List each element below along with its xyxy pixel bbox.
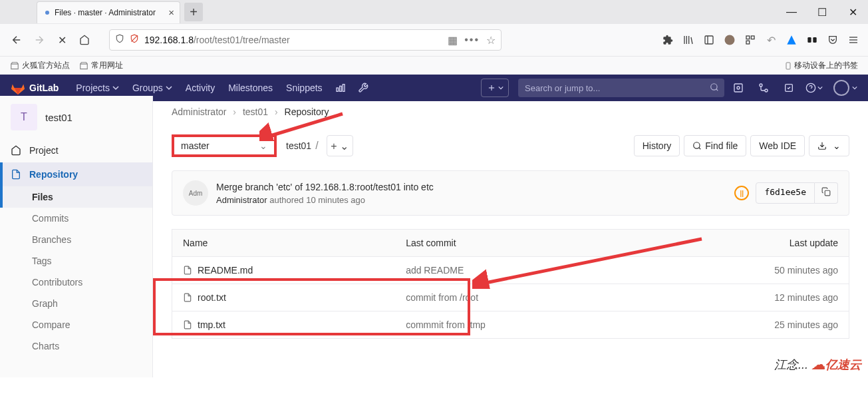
sidebar-item-repository[interactable]: Repository bbox=[0, 162, 152, 186]
nav-plus-button[interactable] bbox=[481, 79, 509, 97]
file-commit[interactable]: add README bbox=[395, 257, 641, 284]
file-name[interactable]: tmp.txt bbox=[183, 319, 384, 330]
svg-line-19 bbox=[716, 89, 718, 91]
tracking-protection-icon[interactable] bbox=[115, 33, 124, 47]
browser-chrome: Files · master · Administrator × + — ☐ ✕… bbox=[0, 0, 868, 96]
qr-icon[interactable]: ▦ bbox=[448, 34, 458, 47]
user-avatar[interactable] bbox=[833, 80, 849, 96]
svg-rect-6 bbox=[746, 41, 750, 44]
file-name[interactable]: root.txt bbox=[183, 292, 384, 303]
toolbar-right: ↶ bbox=[658, 31, 863, 49]
close-button[interactable]: ✕ bbox=[837, 1, 868, 23]
pocket-icon[interactable] bbox=[823, 31, 842, 49]
extension2-icon[interactable] bbox=[803, 31, 821, 49]
pipeline-pending-icon[interactable]: || bbox=[734, 186, 749, 200]
issues-icon[interactable] bbox=[727, 83, 750, 93]
breadcrumb-owner[interactable]: Administrator bbox=[172, 106, 226, 117]
table-row[interactable]: root.txtcommit from /root12 minutes ago bbox=[172, 284, 849, 311]
notifications-icon[interactable] bbox=[782, 31, 801, 49]
sidebar-sub-branches[interactable]: Branches bbox=[0, 229, 152, 250]
svg-point-27 bbox=[694, 142, 700, 148]
breadcrumb-page: Repository bbox=[285, 106, 329, 117]
breadcrumb: Administrator › test01 › Repository bbox=[172, 106, 849, 117]
tab-close-icon[interactable]: × bbox=[168, 7, 174, 18]
site-insecure-icon[interactable] bbox=[130, 33, 139, 47]
branch-selector[interactable]: master ⌄ bbox=[172, 134, 277, 157]
stop-button[interactable]: ✕ bbox=[51, 29, 73, 51]
sidebar-sub-files[interactable]: Files bbox=[0, 186, 152, 208]
search-box[interactable] bbox=[518, 79, 724, 97]
sidebar-sub-charts[interactable]: Charts bbox=[0, 335, 152, 357]
bookmark-common[interactable]: 常用网址 bbox=[79, 60, 123, 71]
back-button[interactable] bbox=[5, 29, 28, 51]
web-ide-button[interactable]: Web IDE bbox=[750, 135, 805, 156]
commit-message[interactable]: Merge branch 'etc' of 192.168.1.8:root/t… bbox=[216, 182, 434, 192]
sidebar-project-header[interactable]: T test01 bbox=[0, 96, 152, 138]
merge-requests-icon[interactable] bbox=[752, 83, 775, 93]
svg-rect-14 bbox=[339, 86, 341, 91]
sidebar-sub-commits[interactable]: Commits bbox=[0, 208, 152, 229]
repo-toolbar: master ⌄ test01 / + ⌄ History Find file … bbox=[172, 134, 849, 157]
bookmark-firefox[interactable]: 火狐官方站点 bbox=[10, 60, 70, 71]
download-button[interactable]: ⌄ bbox=[809, 135, 849, 156]
file-commit[interactable]: commit from /root bbox=[395, 284, 641, 311]
nav-admin-icon[interactable] bbox=[352, 83, 374, 93]
svg-rect-5 bbox=[751, 36, 754, 39]
nav-analytics-icon[interactable] bbox=[329, 83, 352, 93]
sidebar-sub-contributors[interactable]: Contributors bbox=[0, 272, 152, 293]
url-host: 192.168.1.8 bbox=[144, 35, 194, 45]
undo-icon[interactable]: ↶ bbox=[762, 31, 780, 49]
search-icon bbox=[710, 83, 719, 94]
bookmark-mobile[interactable]: 移动设备上的书签 bbox=[784, 60, 858, 71]
new-tab-button[interactable]: + bbox=[184, 3, 203, 21]
path-separator: / bbox=[315, 140, 318, 152]
bookmark-star-icon[interactable]: ☆ bbox=[486, 34, 496, 47]
page-actions-icon[interactable]: ••• bbox=[464, 34, 480, 46]
last-commit-box: Adm Merge branch 'etc' of 192.168.1.8:ro… bbox=[172, 170, 849, 216]
maximize-button[interactable]: ☐ bbox=[807, 1, 837, 23]
sidebar: T test01 Project Repository Files Commit… bbox=[0, 96, 153, 377]
path-root[interactable]: test01 bbox=[286, 140, 311, 151]
sidebar-sub-compare[interactable]: Compare bbox=[0, 314, 152, 335]
col-name: Name bbox=[172, 230, 396, 257]
url-path: /root/test01/tree/master bbox=[194, 35, 290, 45]
customize-icon[interactable] bbox=[741, 31, 760, 49]
breadcrumb-project[interactable]: test01 bbox=[243, 106, 268, 117]
browser-tab[interactable]: Files · master · Administrator × bbox=[37, 1, 180, 23]
sidebar-icon[interactable] bbox=[700, 31, 718, 49]
menu-icon[interactable] bbox=[844, 31, 863, 49]
svg-point-22 bbox=[760, 84, 762, 87]
svg-rect-8 bbox=[813, 37, 816, 43]
gitlab-logo[interactable]: GitLab bbox=[11, 81, 59, 95]
extension-icon[interactable] bbox=[658, 31, 677, 49]
file-name[interactable]: README.md bbox=[183, 265, 384, 276]
history-button[interactable]: History bbox=[634, 135, 680, 156]
url-input[interactable]: 192.168.1.8/root/test01/tree/master ▦ ••… bbox=[109, 29, 502, 51]
svg-rect-13 bbox=[337, 88, 339, 91]
svg-point-23 bbox=[765, 89, 768, 92]
forward-button[interactable] bbox=[28, 29, 51, 51]
copy-sha-button[interactable] bbox=[815, 182, 838, 204]
minimize-button[interactable]: — bbox=[776, 1, 807, 23]
project-name: test01 bbox=[45, 112, 72, 123]
sidebar-item-project[interactable]: Project bbox=[0, 138, 152, 162]
account-icon[interactable] bbox=[720, 31, 739, 49]
tab-modified-dot-icon bbox=[45, 11, 49, 15]
home-button[interactable] bbox=[73, 29, 96, 51]
sidebar-sub-graph[interactable]: Graph bbox=[0, 293, 152, 314]
watermark: 江念... ☁ 亿速云 bbox=[774, 356, 861, 373]
svg-point-21 bbox=[737, 87, 740, 89]
add-file-button[interactable]: + ⌄ bbox=[327, 135, 353, 156]
help-icon[interactable] bbox=[803, 83, 825, 93]
search-input[interactable] bbox=[518, 79, 724, 97]
todos-icon[interactable] bbox=[778, 83, 800, 93]
svg-line-28 bbox=[699, 148, 701, 150]
sidebar-sub-tags[interactable]: Tags bbox=[0, 250, 152, 272]
table-row[interactable]: tmp.txtcommmit from /tmp25 minutes ago bbox=[172, 311, 849, 339]
commit-sha[interactable]: f6d1ee5e bbox=[756, 182, 815, 204]
library-icon[interactable] bbox=[679, 31, 698, 49]
table-row[interactable]: README.mdadd README50 minutes ago bbox=[172, 257, 849, 284]
file-commit[interactable]: commmit from /tmp bbox=[395, 311, 641, 339]
bookmarks-toolbar: 火狐官方站点 常用网址 移动设备上的书签 bbox=[0, 56, 868, 75]
find-file-button[interactable]: Find file bbox=[684, 135, 746, 156]
